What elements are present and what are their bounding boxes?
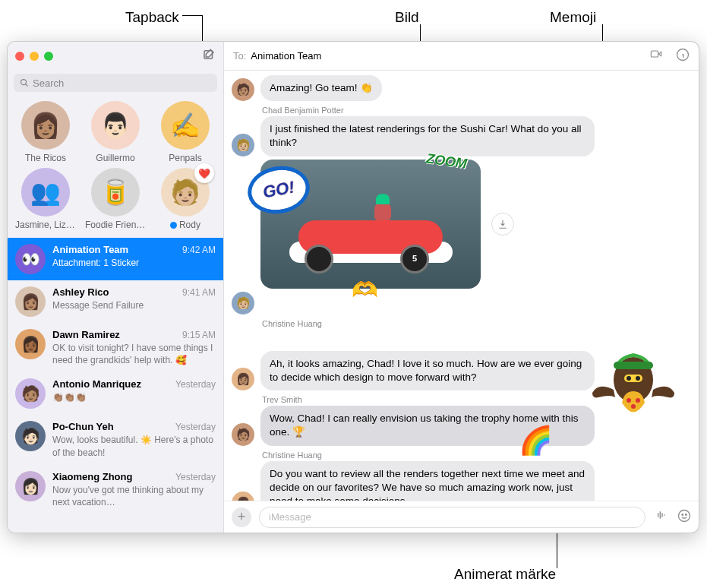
message-bubble[interactable]: Ah, it looks amazing, Chad! I love it so… <box>260 351 595 390</box>
to-block: To: Animation Team <box>233 50 321 62</box>
message-input[interactable]: iMessage <box>259 507 645 528</box>
svg-rect-2 <box>651 51 658 57</box>
message-thread[interactable]: 🧑🏽 Amazing! Go team! 👏 Chad Benjamin Pot… <box>224 71 699 501</box>
callout-line <box>182 15 202 16</box>
avatar: 👥 <box>21 168 70 217</box>
wheel: 5 <box>400 245 429 273</box>
message-row: 🧑🏽 Amazing! Go team! 👏 <box>232 75 686 101</box>
sender-label: Chad Benjamin Potter <box>262 106 686 115</box>
audio-message-button[interactable] <box>653 509 668 526</box>
message-row: 🧑🏼 I just finished the latest renderings… <box>232 116 686 156</box>
avatar: 🧑🏽 <box>232 423 254 446</box>
conversation-preview: OK to visit tonight? I have some things … <box>52 342 216 366</box>
svg-point-8 <box>636 376 640 381</box>
conversation-name: Antonio Manriquez <box>52 378 141 390</box>
pinned-conversation[interactable]: ✍️ Penpals <box>150 101 220 163</box>
sticker-go: GO! <box>248 166 309 214</box>
sender-label: Christine Huang <box>262 450 686 460</box>
pinned-conversation[interactable]: 🥫 Foodie Friends <box>80 168 150 230</box>
avatar: 🧑🏻 <box>15 421 46 451</box>
avatar: 🧑🏼 <box>232 292 254 315</box>
pinned-conversation[interactable]: 👩🏽 The Ricos <box>11 101 80 163</box>
sticker-heart-hands: 🫶 <box>352 277 378 302</box>
svg-rect-5 <box>614 362 653 369</box>
svg-point-1 <box>21 80 27 85</box>
conversation-name: Ashley Rico <box>52 286 109 298</box>
avatar: ✍️ <box>161 101 210 150</box>
pinned-label: Rody <box>170 220 200 230</box>
conversation-header: To: Animation Team <box>224 42 699 71</box>
avatar: 🥫 <box>91 168 140 217</box>
avatar: 🧑🏼 ❤️ <box>161 168 210 217</box>
search-input[interactable]: Search <box>14 74 217 92</box>
maximize-button[interactable] <box>44 52 53 61</box>
conversation-item[interactable]: 👩🏾 Dawn Ramirez 9:15 AM OK to visit toni… <box>8 323 223 372</box>
avatar: 👩🏽 <box>21 101 70 150</box>
facetime-button[interactable] <box>649 48 664 65</box>
info-button[interactable] <box>676 48 690 65</box>
close-button[interactable] <box>15 52 24 61</box>
pinned-conversation[interactable]: 👨🏻 Guillermo <box>80 101 150 163</box>
conversation-name: Xiaomeng Zhong <box>52 471 132 482</box>
sidebar: Search 👩🏽 The Ricos 👨🏻 Guillermo ✍️ Penp… <box>8 42 224 533</box>
messages-window: Search 👩🏽 The Ricos 👨🏻 Guillermo ✍️ Penp… <box>8 42 699 533</box>
minimize-button[interactable] <box>30 52 39 61</box>
avatar: 👩🏻 <box>15 471 46 501</box>
wheel <box>305 245 333 273</box>
conversation-preview: Wow, looks beautiful. ☀️ Here's a photo … <box>52 434 216 458</box>
apps-button[interactable]: + <box>232 507 251 527</box>
message-bubble[interactable]: Amazing! Go team! 👏 <box>260 75 382 101</box>
emoji-button[interactable] <box>677 509 691 526</box>
conversation-item[interactable]: 👩🏻 Xiaomeng Zhong Yesterday Now you've g… <box>8 465 223 514</box>
composer: + iMessage <box>224 501 699 533</box>
conversation-item[interactable]: 👩🏽 Ashley Rico 9:41 AM Message Send Fail… <box>8 280 223 323</box>
message-bubble[interactable]: Do you want to review all the renders to… <box>260 461 595 501</box>
helmet <box>376 194 390 204</box>
rainbow-sticker[interactable]: 🌈 <box>519 425 553 457</box>
callout-tapback: Tapback <box>125 9 179 26</box>
avatar: 👩🏽 <box>15 286 46 317</box>
callout-bild: Bild <box>395 9 419 26</box>
sender-label: Christine Huang <box>262 319 686 328</box>
svg-point-7 <box>627 376 631 381</box>
conversation-name: Po-Chun Yeh <box>52 421 114 432</box>
conversation-time: Yesterday <box>175 472 216 482</box>
pinned-label: The Ricos <box>25 153 66 163</box>
traffic-lights <box>15 52 53 61</box>
pinned-conversations: 👩🏽 The Ricos 👨🏻 Guillermo ✍️ Penpals 👥 J… <box>8 96 223 238</box>
conversation-name: Animation Team <box>52 244 128 255</box>
message-row: 👩🏽 Do you want to review all the renders… <box>232 461 686 501</box>
download-button[interactable] <box>491 213 514 236</box>
avatar: 👩🏾 <box>15 329 46 359</box>
svg-point-10 <box>636 398 640 403</box>
conversation-preview: 👏🏽👏🏽👏🏽 <box>52 391 216 403</box>
conversation-list: 👀 Animation Team 9:42 AM Attachment: 1 S… <box>8 238 223 533</box>
avatar: 🧑🏼 <box>232 134 254 156</box>
compose-button[interactable] <box>202 48 216 65</box>
to-value: Animation Team <box>251 50 321 62</box>
conversation-item[interactable]: 👀 Animation Team 9:42 AM Attachment: 1 S… <box>8 238 223 280</box>
callout-memoji: Memoji <box>550 9 596 26</box>
memoji-sticker[interactable] <box>588 338 679 429</box>
conversation-preview: Now you've got me thinking about my next… <box>52 484 216 508</box>
conversation-time: Yesterday <box>175 379 216 390</box>
svg-point-9 <box>627 398 631 403</box>
avatar: 👨🏻 <box>91 101 140 150</box>
pinned-conversation[interactable]: 👥 Jasmine, Liz &… <box>11 168 80 230</box>
avatar: 👀 <box>15 244 46 274</box>
avatar: 🧑🏽 <box>15 378 46 409</box>
avatar: 👩🏽 <box>232 368 254 390</box>
conversation-time: 9:42 AM <box>182 245 216 255</box>
image-attachment[interactable]: 5 GO! ZOOM 🫶 <box>260 160 481 289</box>
message-row: 🧑🏼 <box>232 292 686 315</box>
callout-animerat: Animerat märke <box>454 566 556 583</box>
conversation-preview: Attachment: 1 Sticker <box>52 257 216 269</box>
avatar: 🧑🏽 <box>232 78 254 101</box>
conversation-item[interactable]: 🧑🏽 Antonio Manriquez Yesterday 👏🏽👏🏽👏🏽 <box>8 372 223 415</box>
pinned-conversation[interactable]: 🧑🏼 ❤️ Rody <box>150 168 220 230</box>
conversation-item[interactable]: 🧑🏻 Po-Chun Yeh Yesterday Wow, looks beau… <box>8 415 223 464</box>
svg-point-14 <box>686 514 687 515</box>
conversation-pane: To: Animation Team 🧑🏽 Amazing! Go team! … <box>224 42 699 533</box>
conversation-preview: Message Send Failure <box>52 299 216 311</box>
status-dot <box>170 222 177 229</box>
